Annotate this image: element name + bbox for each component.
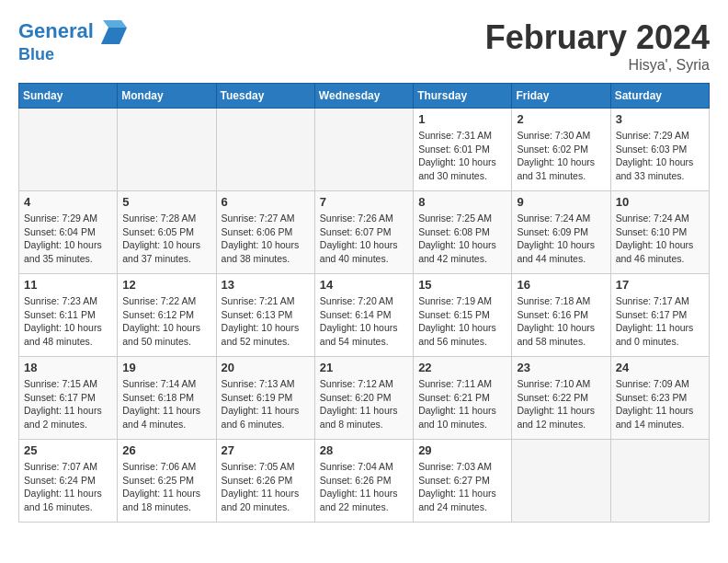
calendar-cell: 10Sunrise: 7:24 AMSunset: 6:10 PMDayligh… <box>610 191 709 274</box>
day-number: 29 <box>418 443 506 457</box>
day-number: 23 <box>517 361 605 374</box>
day-info: Sunrise: 7:13 AMSunset: 6:19 PMDaylight:… <box>222 377 310 431</box>
calendar-cell: 24Sunrise: 7:09 AMSunset: 6:23 PMDayligh… <box>610 357 709 440</box>
day-info: Sunrise: 7:27 AMSunset: 6:06 PMDaylight:… <box>222 212 310 266</box>
day-number: 10 <box>616 195 704 209</box>
day-number: 8 <box>418 195 506 209</box>
calendar-header-row: SundayMondayTuesdayWednesdayThursdayFrid… <box>19 84 710 109</box>
week-row-3: 11Sunrise: 7:23 AMSunset: 6:11 PMDayligh… <box>19 274 710 357</box>
day-number: 26 <box>122 443 210 457</box>
calendar-cell: 15Sunrise: 7:19 AMSunset: 6:15 PMDayligh… <box>414 274 512 357</box>
day-info: Sunrise: 7:06 AMSunset: 6:25 PMDaylight:… <box>122 460 210 514</box>
calendar-cell: 16Sunrise: 7:18 AMSunset: 6:16 PMDayligh… <box>512 274 610 357</box>
day-info: Sunrise: 7:17 AMSunset: 6:17 PMDaylight:… <box>616 294 704 349</box>
calendar-cell: 4Sunrise: 7:29 AMSunset: 6:04 PMDaylight… <box>19 191 118 274</box>
logo-text: General <box>18 18 129 46</box>
week-row-4: 18Sunrise: 7:15 AMSunset: 6:17 PMDayligh… <box>19 357 710 440</box>
day-number: 6 <box>222 195 310 209</box>
day-number: 5 <box>122 195 210 209</box>
month-title: February 2024 <box>485 18 710 57</box>
calendar-cell: 19Sunrise: 7:14 AMSunset: 6:18 PMDayligh… <box>118 357 216 440</box>
day-info: Sunrise: 7:31 AMSunset: 6:01 PMDaylight:… <box>418 129 506 183</box>
calendar-cell: 17Sunrise: 7:17 AMSunset: 6:17 PMDayligh… <box>610 274 709 357</box>
day-info: Sunrise: 7:24 AMSunset: 6:09 PMDaylight:… <box>517 212 605 266</box>
day-info: Sunrise: 7:18 AMSunset: 6:16 PMDaylight:… <box>517 294 605 349</box>
calendar-cell: 12Sunrise: 7:22 AMSunset: 6:12 PMDayligh… <box>118 274 216 357</box>
day-number: 11 <box>24 278 112 292</box>
logo-blue: Blue <box>18 46 129 64</box>
week-row-5: 25Sunrise: 7:07 AMSunset: 6:24 PMDayligh… <box>19 440 710 523</box>
day-number: 15 <box>418 278 506 292</box>
day-number: 27 <box>222 443 310 457</box>
day-info: Sunrise: 7:09 AMSunset: 6:23 PMDaylight:… <box>616 377 704 431</box>
day-info: Sunrise: 7:20 AMSunset: 6:14 PMDaylight:… <box>320 294 408 349</box>
day-info: Sunrise: 7:10 AMSunset: 6:22 PMDaylight:… <box>517 377 605 431</box>
calendar-body: 1Sunrise: 7:31 AMSunset: 6:01 PMDaylight… <box>19 109 710 523</box>
day-number: 16 <box>517 278 605 292</box>
day-number: 21 <box>320 361 408 374</box>
day-header-wednesday: Wednesday <box>314 84 413 109</box>
day-info: Sunrise: 7:24 AMSunset: 6:10 PMDaylight:… <box>616 212 704 266</box>
day-number: 2 <box>517 112 605 126</box>
svg-marker-1 <box>103 20 127 28</box>
calendar-cell: 20Sunrise: 7:13 AMSunset: 6:19 PMDayligh… <box>216 357 314 440</box>
day-info: Sunrise: 7:25 AMSunset: 6:08 PMDaylight:… <box>418 212 506 266</box>
day-number: 18 <box>24 361 112 374</box>
day-number: 22 <box>418 361 506 374</box>
header: General Blue February 2024 Hisya', Syria <box>18 18 710 74</box>
day-info: Sunrise: 7:23 AMSunset: 6:11 PMDaylight:… <box>24 294 112 349</box>
calendar-cell: 7Sunrise: 7:26 AMSunset: 6:07 PMDaylight… <box>314 191 413 274</box>
calendar-cell: 27Sunrise: 7:05 AMSunset: 6:26 PMDayligh… <box>216 440 314 523</box>
day-info: Sunrise: 7:12 AMSunset: 6:20 PMDaylight:… <box>320 377 408 431</box>
logo-general: General <box>18 19 94 42</box>
day-info: Sunrise: 7:15 AMSunset: 6:17 PMDaylight:… <box>24 377 112 431</box>
day-info: Sunrise: 7:03 AMSunset: 6:27 PMDaylight:… <box>418 460 506 514</box>
day-number: 24 <box>616 361 704 374</box>
calendar-cell: 29Sunrise: 7:03 AMSunset: 6:27 PMDayligh… <box>414 440 512 523</box>
calendar-cell: 13Sunrise: 7:21 AMSunset: 6:13 PMDayligh… <box>216 274 314 357</box>
day-header-sunday: Sunday <box>19 84 118 109</box>
day-number: 9 <box>517 195 605 209</box>
day-info: Sunrise: 7:28 AMSunset: 6:05 PMDaylight:… <box>122 212 210 266</box>
calendar-cell: 5Sunrise: 7:28 AMSunset: 6:05 PMDaylight… <box>118 191 216 274</box>
title-area: February 2024 Hisya', Syria <box>485 18 710 74</box>
calendar-cell <box>118 109 216 191</box>
day-info: Sunrise: 7:30 AMSunset: 6:02 PMDaylight:… <box>517 129 605 183</box>
calendar-cell: 2Sunrise: 7:30 AMSunset: 6:02 PMDaylight… <box>512 109 610 191</box>
day-header-thursday: Thursday <box>414 84 512 109</box>
day-number: 17 <box>616 278 704 292</box>
logo-icon <box>101 18 129 46</box>
location: Hisya', Syria <box>485 57 710 74</box>
calendar-cell <box>512 440 610 523</box>
calendar-cell: 1Sunrise: 7:31 AMSunset: 6:01 PMDaylight… <box>414 109 512 191</box>
day-number: 25 <box>24 443 112 457</box>
day-header-friday: Friday <box>512 84 610 109</box>
day-number: 3 <box>616 112 704 126</box>
calendar-cell: 23Sunrise: 7:10 AMSunset: 6:22 PMDayligh… <box>512 357 610 440</box>
calendar-cell: 22Sunrise: 7:11 AMSunset: 6:21 PMDayligh… <box>414 357 512 440</box>
day-info: Sunrise: 7:19 AMSunset: 6:15 PMDaylight:… <box>418 294 506 349</box>
calendar-cell: 28Sunrise: 7:04 AMSunset: 6:26 PMDayligh… <box>314 440 413 523</box>
day-info: Sunrise: 7:29 AMSunset: 6:03 PMDaylight:… <box>616 129 704 183</box>
calendar-cell: 21Sunrise: 7:12 AMSunset: 6:20 PMDayligh… <box>314 357 413 440</box>
day-info: Sunrise: 7:21 AMSunset: 6:13 PMDaylight:… <box>222 294 310 349</box>
day-number: 4 <box>24 195 112 209</box>
day-number: 7 <box>320 195 408 209</box>
calendar-cell: 18Sunrise: 7:15 AMSunset: 6:17 PMDayligh… <box>19 357 118 440</box>
day-number: 14 <box>320 278 408 292</box>
day-info: Sunrise: 7:29 AMSunset: 6:04 PMDaylight:… <box>24 212 112 266</box>
day-info: Sunrise: 7:05 AMSunset: 6:26 PMDaylight:… <box>222 460 310 514</box>
calendar-cell <box>314 109 413 191</box>
calendar-cell: 9Sunrise: 7:24 AMSunset: 6:09 PMDaylight… <box>512 191 610 274</box>
logo: General Blue <box>18 18 129 64</box>
week-row-2: 4Sunrise: 7:29 AMSunset: 6:04 PMDaylight… <box>19 191 710 274</box>
day-number: 28 <box>320 443 408 457</box>
calendar-cell <box>610 440 709 523</box>
day-number: 13 <box>222 278 310 292</box>
calendar-cell <box>19 109 118 191</box>
day-header-saturday: Saturday <box>610 84 709 109</box>
day-info: Sunrise: 7:14 AMSunset: 6:18 PMDaylight:… <box>122 377 210 431</box>
calendar-cell: 6Sunrise: 7:27 AMSunset: 6:06 PMDaylight… <box>216 191 314 274</box>
day-number: 12 <box>122 278 210 292</box>
day-info: Sunrise: 7:07 AMSunset: 6:24 PMDaylight:… <box>24 460 112 514</box>
